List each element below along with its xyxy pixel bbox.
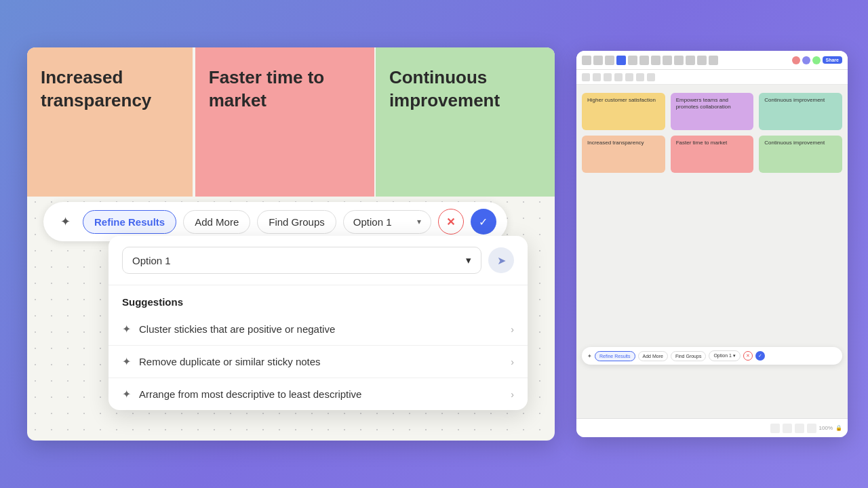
mini-sticky-4: Increased transparency [582, 136, 665, 173]
suggestion-text-2: Remove duplicate or similar sticky notes [139, 356, 502, 367]
app-icon-7 [651, 56, 660, 65]
dropdown-panel: Option 1 ▾ ➤ Suggestions ✦ Cluster stick… [108, 236, 528, 410]
sparkle-icon: ✦ [54, 211, 76, 232]
sticky-green-text: Continuous improvement [389, 66, 541, 113]
mini-stickies-grid: Higher customer satisfaction Empowers te… [582, 93, 842, 173]
subbar-btn-4 [614, 73, 623, 81]
option-dropdown-value: Option 1 [353, 216, 392, 228]
mini-add-more-button[interactable]: Add More [638, 351, 668, 361]
app-icon-5 [628, 56, 637, 65]
app-icon-8 [663, 56, 672, 65]
chevron-right-icon-1: › [511, 324, 514, 335]
sticky-top-row: Increased transparency Faster time to ma… [27, 47, 555, 197]
avatar-1 [792, 56, 800, 64]
app-icon-9 [674, 56, 684, 65]
bottom-btn-2 [783, 424, 792, 433]
mini-cancel-button[interactable]: ✕ [743, 351, 753, 361]
refine-results-button[interactable]: Refine Results [83, 210, 176, 234]
app-icon-10 [686, 56, 695, 65]
zoom-level: 100% [819, 425, 833, 431]
sparkle-icon-3: ✦ [122, 388, 131, 401]
subbar-btn-2 [593, 73, 601, 81]
chevron-right-icon-2: › [511, 357, 514, 367]
app-bottom-bar: 100% 🔒 [576, 418, 848, 437]
subbar-btn-5 [625, 73, 633, 81]
bottom-btn-4 [807, 424, 816, 433]
dropdown-select[interactable]: Option 1 ▾ [122, 247, 481, 274]
dropdown-header: Option 1 ▾ ➤ [108, 236, 528, 285]
suggestion-item-1[interactable]: ✦ Cluster stickies that are positive or … [108, 313, 528, 346]
option-dropdown[interactable]: Option 1 ▾ [343, 210, 431, 234]
suggestion-text-1: Cluster stickies that are positive or ne… [139, 323, 502, 335]
bottom-btn-1 [770, 424, 780, 433]
app-icon-2 [593, 56, 603, 65]
share-button[interactable]: Share [823, 56, 842, 64]
sticky-orange-text: Increased transparency [41, 66, 179, 113]
suggestion-item-3[interactable]: ✦ Arrange from most descriptive to least… [108, 378, 528, 410]
chevron-down-icon: ▾ [466, 254, 471, 266]
app-icon-1 [582, 56, 591, 65]
chevron-down-icon: ▾ [417, 217, 421, 226]
app-icon-3 [605, 56, 614, 65]
bottom-btn-3 [795, 424, 804, 433]
app-icon-6 [639, 56, 649, 65]
mini-sticky-6: Continuous improvement [759, 136, 842, 173]
app-topbar: Share [576, 51, 848, 70]
mini-sticky-3: Continuous improvement [759, 93, 842, 130]
chevron-right-icon-3: › [511, 389, 514, 400]
lock-icon: 🔒 [835, 425, 842, 431]
sparkle-icon-1: ✦ [122, 323, 131, 336]
subbar-btn-6 [636, 73, 644, 81]
suggestion-text-3: Arrange from most descriptive to least d… [139, 388, 502, 400]
mini-option-dropdown[interactable]: Option 1 ▾ [709, 350, 740, 361]
mini-sparkle-icon: ✦ [587, 353, 592, 359]
suggestion-item-2[interactable]: ✦ Remove duplicate or similar sticky not… [108, 346, 528, 378]
mini-sticky-2: Empowers teams and promotes collaboratio… [671, 93, 754, 130]
sparkle-icon-2: ✦ [122, 355, 131, 368]
sticky-pink-text: Faster time to market [209, 66, 361, 113]
mini-sticky-5: Faster time to market [671, 136, 754, 173]
app-icon-12 [709, 56, 718, 65]
sticky-green: Continuous improvement [376, 47, 555, 197]
mini-sticky-1: Higher customer satisfaction [582, 93, 665, 130]
confirm-button[interactable]: ✓ [471, 209, 496, 235]
mini-confirm-button[interactable]: ✓ [755, 351, 765, 361]
dropdown-selected-value: Option 1 [132, 255, 171, 266]
sticky-orange: Increased transparency [27, 47, 194, 197]
send-icon: ➤ [497, 254, 506, 267]
suggestions-title: Suggestions [108, 285, 528, 313]
sticky-pink: Faster time to market [194, 47, 376, 197]
whiteboard-main: Increased transparency Faster time to ma… [27, 47, 555, 441]
app-icon-11 [697, 56, 707, 65]
mini-find-groups-button[interactable]: Find Groups [671, 351, 707, 361]
avatar-2 [802, 56, 810, 64]
subbar-btn-1 [582, 73, 590, 81]
add-more-button[interactable]: Add More [183, 210, 250, 234]
find-groups-button[interactable]: Find Groups [257, 210, 336, 234]
app-subbar [576, 70, 848, 85]
app-canvas: Higher customer satisfaction Empowers te… [576, 85, 848, 400]
subbar-btn-7 [647, 73, 655, 81]
avatar-3 [812, 56, 821, 64]
app-window: Share Higher customer satisfaction Empow… [576, 51, 848, 437]
subbar-btn-3 [604, 73, 612, 81]
app-icon-4-active [616, 56, 626, 65]
mini-refine-button[interactable]: Refine Results [595, 351, 635, 361]
cancel-button[interactable]: ✕ [438, 209, 464, 235]
send-button[interactable]: ➤ [488, 247, 514, 273]
app-mini-toolbar: ✦ Refine Results Add More Find Groups Op… [582, 347, 842, 365]
